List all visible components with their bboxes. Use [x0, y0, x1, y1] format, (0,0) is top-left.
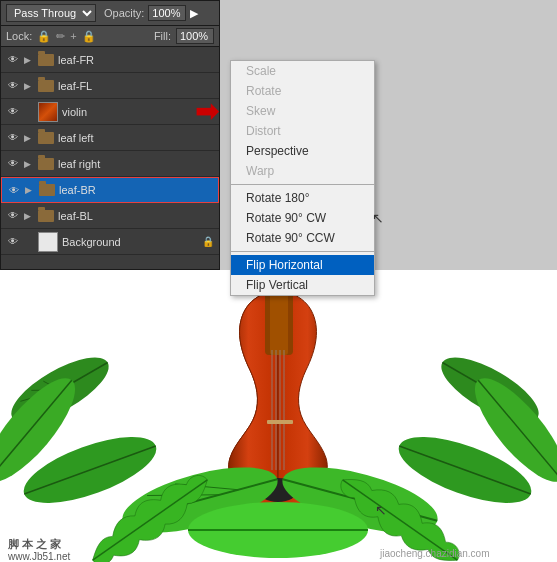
layer-item[interactable]: 👁 ▶ leaf-BL: [1, 203, 219, 229]
layer-lock-icon: 🔒: [202, 236, 214, 247]
folder-icon: [38, 54, 54, 66]
opacity-input[interactable]: [148, 5, 186, 21]
expand-arrow[interactable]: ▶: [25, 185, 35, 195]
menu-item-warp[interactable]: Warp: [231, 161, 374, 181]
visibility-icon[interactable]: 👁: [6, 53, 20, 67]
menu-item-scale[interactable]: Scale: [231, 61, 374, 81]
expand-arrow[interactable]: ▶: [24, 133, 34, 143]
lock-icon1[interactable]: 🔒: [37, 30, 51, 43]
menu-item-skew[interactable]: Skew: [231, 101, 374, 121]
layer-thumbnail: [38, 232, 58, 252]
lock-label: Lock:: [6, 30, 32, 42]
cursor-pointer: ↖: [372, 210, 384, 226]
layer-item[interactable]: 👁 ▶ leaf-FR: [1, 47, 219, 73]
lock-icon2[interactable]: ✏: [56, 30, 65, 43]
layer-name: leaf-BR: [59, 184, 213, 196]
layer-name: leaf-FL: [58, 80, 214, 92]
layer-item-selected[interactable]: 👁 ▶ leaf-BR: [1, 177, 219, 203]
layer-name: leaf right: [58, 158, 214, 170]
svg-text:脚 本 之 家: 脚 本 之 家: [7, 538, 62, 550]
menu-item-rotate[interactable]: Rotate: [231, 81, 374, 101]
layer-item[interactable]: 👁 ▶ violin: [1, 99, 219, 125]
layer-item[interactable]: 👁 ▶ Background 🔒: [1, 229, 219, 255]
context-menu: Scale Rotate Skew Distort Perspective Wa…: [230, 60, 375, 296]
folder-icon: [38, 80, 54, 92]
svg-text:www.Jb51.net: www.Jb51.net: [7, 551, 70, 562]
visibility-icon[interactable]: 👁: [7, 183, 21, 197]
folder-icon: [38, 132, 54, 144]
layer-item[interactable]: 👁 ▶ leaf right: [1, 151, 219, 177]
expand-arrow[interactable]: ▶: [24, 237, 34, 247]
lock-icon4[interactable]: 🔒: [82, 30, 96, 43]
layer-name: violin: [62, 106, 214, 118]
svg-text:jiaocheng.chazidian.com: jiaocheng.chazidian.com: [379, 548, 490, 559]
cursor-text: ↖: [375, 502, 387, 518]
folder-icon: [39, 184, 55, 196]
visibility-icon[interactable]: 👁: [6, 105, 20, 119]
layer-name: leaf left: [58, 132, 214, 144]
folder-icon: [38, 158, 54, 170]
menu-item-flip-vertical[interactable]: Flip Vertical: [231, 275, 374, 295]
expand-arrow[interactable]: ▶: [24, 55, 34, 65]
menu-item-rotate90ccw[interactable]: Rotate 90° CCW: [231, 228, 374, 248]
main-scene: ↖ 脚 本 之 家 www.Jb51.net jiaocheng.chazidi…: [0, 270, 557, 562]
layers-header: Pass Through Normal Opacity: ▶: [1, 1, 219, 26]
blend-mode-select[interactable]: Pass Through Normal: [6, 4, 96, 22]
layer-thumbnail: [38, 102, 58, 122]
visibility-icon[interactable]: 👁: [6, 209, 20, 223]
visibility-icon[interactable]: 👁: [6, 157, 20, 171]
visibility-icon[interactable]: 👁: [6, 79, 20, 93]
visibility-icon[interactable]: 👁: [6, 235, 20, 249]
expand-arrow[interactable]: ▶: [24, 211, 34, 221]
fill-input[interactable]: [176, 28, 214, 44]
bottom-area: ↖ 脚 本 之 家 www.Jb51.net jiaocheng.chazidi…: [0, 270, 557, 562]
visibility-icon[interactable]: 👁: [6, 131, 20, 145]
expand-arrow[interactable]: ▶: [24, 81, 34, 91]
lock-icon3[interactable]: +: [70, 30, 76, 42]
menu-item-rotate90cw[interactable]: Rotate 90° CW: [231, 208, 374, 228]
layer-name: leaf-FR: [58, 54, 214, 66]
fill-label: Fill:: [154, 30, 171, 42]
expand-arrow[interactable]: ▶: [24, 107, 34, 117]
layers-lock-row: Lock: 🔒 ✏ + 🔒 Fill:: [1, 26, 219, 47]
layers-panel: Pass Through Normal Opacity: ▶ Lock: 🔒 ✏…: [0, 0, 220, 270]
top-area: Pass Through Normal Opacity: ▶ Lock: 🔒 ✏…: [0, 0, 557, 270]
layer-item[interactable]: 👁 ▶ leaf left: [1, 125, 219, 151]
layer-name: leaf-BL: [58, 210, 214, 222]
menu-item-distort[interactable]: Distort: [231, 121, 374, 141]
menu-divider: [231, 184, 374, 185]
menu-divider2: [231, 251, 374, 252]
expand-arrow[interactable]: ▶: [24, 159, 34, 169]
layer-item[interactable]: 👁 ▶ leaf-FL: [1, 73, 219, 99]
menu-item-flip-horizontal[interactable]: Flip Horizontal: [231, 255, 374, 275]
menu-item-perspective[interactable]: Perspective: [231, 141, 374, 161]
layer-name: Background: [62, 236, 198, 248]
menu-item-rotate180[interactable]: Rotate 180°: [231, 188, 374, 208]
folder-icon: [38, 210, 54, 222]
red-arrow-right: ➡: [195, 95, 218, 128]
opacity-label: Opacity:: [104, 7, 144, 19]
svg-rect-22: [267, 420, 293, 424]
